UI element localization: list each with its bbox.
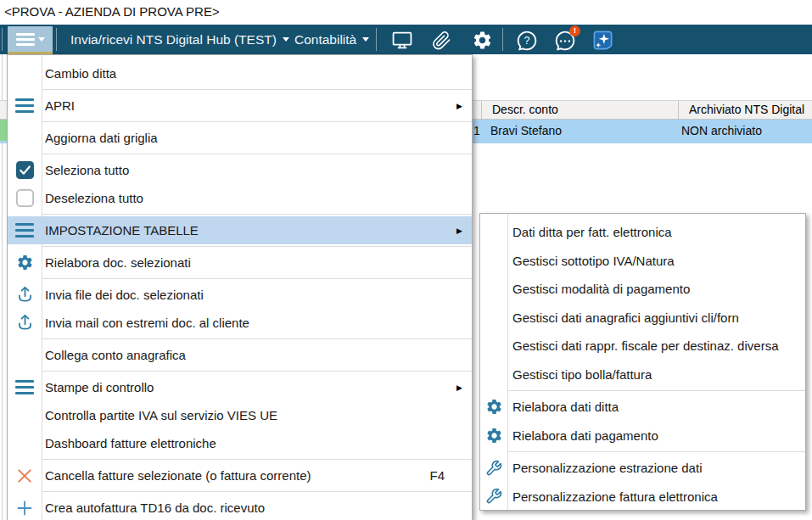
menu-item-label: Aggiorna dati griglia	[42, 131, 456, 145]
menu-item-label: Rielabora doc. selezionati	[42, 255, 456, 270]
menu-separator	[42, 121, 472, 122]
menu-separator	[42, 459, 472, 460]
hamburger-icon	[15, 98, 34, 113]
menu-item-label: Deseleziona tutto	[42, 191, 456, 205]
menu-item-label: Personalizzazione estrazione dati	[507, 461, 790, 475]
menu-separator	[42, 214, 472, 215]
monitor-icon[interactable]	[390, 29, 413, 52]
delete-x-icon	[16, 467, 33, 484]
menu-item-rielabora-dati-ditta[interactable]: Rielabora dati ditta	[480, 393, 805, 422]
dropdown-label: Contabilità	[294, 32, 356, 48]
dropdown-label: Invia/ricevi NTS Digital Hub (TEST)	[70, 32, 277, 48]
menu-item-label: Stampe di controllo	[42, 380, 456, 394]
menu-item-icon-cell	[8, 254, 42, 271]
menu-item-label: Gestisci dati anagrafici aggiuntivi cli/…	[507, 310, 790, 325]
menu-item-icon-cell	[8, 98, 42, 113]
menu-item-dati-ditta-per-fatt-elettronica[interactable]: Dati ditta per fatt. elettronica	[480, 218, 805, 247]
plus-icon	[16, 500, 33, 517]
impostazione-tabelle-submenu: Dati ditta per fatt. elettronicaGestisci…	[479, 213, 806, 511]
menu-item-label: Dashboard fatture elettroniche	[42, 436, 456, 450]
hamburger-icon	[16, 31, 35, 48]
menu-item-controlla-partite-iva-sul-servizio-vies-ue[interactable]: Controlla partite IVA sul servizio VIES …	[8, 401, 472, 429]
menu-item-crea-autofattura-td16-da-doc-ricevuto[interactable]: Crea autofattura TD16 da doc. ricevuto	[8, 494, 472, 520]
menu-item-collega-conto-anagrafica[interactable]: Collega conto anagrafica	[8, 341, 472, 369]
wrench-icon	[485, 460, 502, 477]
menu-item-icon-cell	[8, 467, 42, 484]
checkbox-checked-icon	[16, 161, 34, 179]
cell-descr-conto: Bravi Stefano	[490, 120, 562, 143]
checkbox-unchecked-icon	[16, 189, 34, 207]
sparkle-badge-icon[interactable]	[591, 29, 614, 52]
menu-item-shortcut: F4	[429, 468, 456, 483]
gear-teal-icon	[485, 398, 503, 416]
gear-teal-icon	[16, 254, 34, 271]
menu-item-icon-cell	[8, 223, 42, 238]
menu-item-invia-mail-con-estremi-doc-al-cliente[interactable]: Invia mail con estremi doc. al cliente	[8, 309, 472, 337]
upload-icon	[16, 286, 34, 304]
menu-item-label: Cancella fatture selezionate (o fattura …	[42, 468, 429, 483]
menu-item-invia-file-dei-doc-selezionati[interactable]: Invia file dei doc. selezionati	[8, 281, 472, 309]
menu-item-gestisci-sottotipo-iva-natura[interactable]: Gestisci sottotipo IVA/Natura	[480, 247, 805, 276]
menu-separator	[42, 154, 472, 154]
menu-item-label: Gestisci tipo bolla/fattura	[507, 367, 790, 382]
chevron-down-icon	[283, 37, 289, 42]
menu-item-label: Dati ditta per fatt. elettronica	[507, 225, 790, 239]
menu-item-label: Seleziona tutto	[42, 163, 456, 177]
menu-item-icon-cell	[8, 161, 42, 179]
menu-item-gestisci-dati-rappr-fiscale-per-destinaz-d[interactable]: Gestisci dati rappr. fiscale per destina…	[480, 332, 805, 361]
submenu-arrow-icon: ▶	[456, 226, 472, 235]
chevron-down-icon	[38, 37, 45, 42]
menu-separator	[42, 491, 472, 492]
menu-item-label: Rielabora dati ditta	[507, 400, 790, 414]
wrench-icon	[485, 488, 502, 505]
row-status-strip	[0, 120, 7, 141]
menu-item-gestisci-modalit-di-pagamento[interactable]: Gestisci modalità di pagamento	[480, 275, 805, 304]
menu-item-personalizzazione-fattura-elettronica[interactable]: Personalizzazione fattura elettronica	[480, 483, 805, 512]
menu-separator	[507, 451, 805, 452]
menu-item-icon-cell	[8, 286, 42, 304]
menu-item-label: Cambio ditta	[42, 66, 456, 81]
menu-item-icon-cell	[8, 500, 42, 517]
main-menu: Cambio dittaAPRI▶Aggiorna dati grigliaSe…	[7, 54, 473, 520]
submenu-arrow-icon: ▶	[456, 102, 472, 110]
menu-item-cancella-fatture-selezionate-o-fattura-cor[interactable]: Cancella fatture selezionate (o fattura …	[8, 461, 472, 489]
menu-item-icon-cell	[480, 460, 507, 477]
menu-item-gestisci-tipo-bolla-fattura[interactable]: Gestisci tipo bolla/fattura	[480, 361, 805, 389]
dropdown-contabilita[interactable]: Contabilità	[294, 25, 369, 54]
menu-item-deseleziona-tutto[interactable]: Deseleziona tutto	[8, 184, 472, 212]
window-title: <PROVA - AZIENDA DI PROVA PRE>	[0, 0, 812, 25]
menu-item-icon-cell	[8, 314, 42, 332]
menu-item-rielabora-dati-pagamento[interactable]: Rielabora dati pagamento	[480, 422, 805, 450]
cell-conto-fragment: 1	[473, 120, 480, 143]
paperclip-icon[interactable]	[430, 29, 453, 52]
chevron-down-icon	[362, 37, 369, 42]
chat-icon[interactable]: !	[553, 29, 576, 52]
menu-item-icon-cell	[480, 427, 507, 445]
menu-separator	[507, 390, 805, 391]
dropdown-invia-ricevi[interactable]: Invia/ricevi NTS Digital Hub (TEST)	[70, 25, 289, 54]
menu-item-label: Gestisci sottotipo IVA/Natura	[507, 254, 790, 268]
svg-text:?: ?	[524, 34, 529, 46]
menu-item-impostazione-tabelle[interactable]: IMPOSTAZIONE TABELLE▶	[8, 216, 472, 244]
menu-item-apri[interactable]: APRI▶	[8, 92, 472, 120]
menu-item-label: Gestisci dati rappr. fiscale per destina…	[507, 338, 790, 353]
gear-icon[interactable]	[471, 29, 494, 52]
menu-item-rielabora-doc-selezionati[interactable]: Rielabora doc. selezionati	[8, 249, 472, 277]
menu-separator	[42, 278, 472, 279]
menu-item-cambio-ditta[interactable]: Cambio ditta	[8, 59, 472, 87]
column-header-descr-conto[interactable]: Descr. conto	[481, 101, 678, 120]
menu-item-label: Crea autofattura TD16 da doc. ricevuto	[42, 500, 456, 515]
menu-item-label: Collega conto anagrafica	[42, 348, 456, 362]
menu-item-seleziona-tutto[interactable]: Seleziona tutto	[8, 156, 472, 184]
menu-item-dashboard-fatture-elettroniche[interactable]: Dashboard fatture elettroniche	[8, 429, 472, 457]
column-header-archiviato[interactable]: Archiviato NTS Digital Hub	[678, 101, 812, 120]
menu-item-label: Gestisci modalità di pagamento	[507, 282, 790, 296]
hamburger-menu-button[interactable]	[8, 26, 53, 54]
menu-item-gestisci-dati-anagrafici-aggiuntivi-cli-fo[interactable]: Gestisci dati anagrafici aggiuntivi cli/…	[480, 304, 805, 333]
menu-item-aggiorna-dati-griglia[interactable]: Aggiorna dati griglia	[8, 124, 472, 152]
help-icon[interactable]: ?	[515, 29, 538, 52]
menu-item-personalizzazione-estrazione-dati[interactable]: Personalizzazione estrazione dati	[480, 454, 805, 483]
menu-item-label: IMPOSTAZIONE TABELLE	[42, 223, 456, 238]
cell-archiviato: NON archiviato	[681, 120, 762, 143]
menu-item-stampe-di-controllo[interactable]: Stampe di controllo▶	[8, 373, 472, 401]
